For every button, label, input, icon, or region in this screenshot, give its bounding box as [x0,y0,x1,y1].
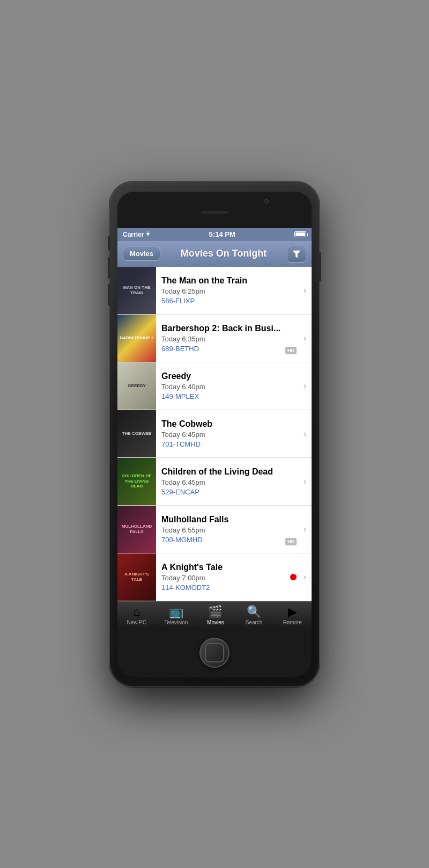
movie-poster: A KNIGHT'S TALE [117,553,156,601]
svg-marker-0 [293,250,300,258]
battery-fill [295,232,305,236]
television-tab-icon: 📺 [169,606,183,618]
movie-title: Children of the Living Dead [161,467,307,477]
movie-badges: HD [285,347,297,354]
movie-item[interactable]: CHILDREN OF THE LIVING DEAD Children of … [117,458,312,506]
movie-info: A Knight's Tale Today 7:00pm 114-KOMODT2 [156,557,312,597]
movie-title: A Knight's Tale [161,563,307,572]
movie-info: The Man on the Train Today 6:25pm 586-FL… [156,271,312,310]
phone-frame: Carrier ▾̈ 5:14 PM Movies Movies On Toni… [110,182,319,687]
status-bar: Carrier ▾̈ 5:14 PM [117,228,312,241]
remote-tab-icon: ▶ [288,606,297,618]
movie-channel: 586-FLIXP [161,297,307,305]
remote-tab-label: Remote [283,619,302,625]
home-button[interactable] [199,638,230,668]
tab-television[interactable]: 📺 Television [160,605,192,626]
sleep-wake-button[interactable] [319,252,321,281]
movie-item[interactable]: THE COBWEB The Cobweb Today 6:45pm 701-T… [117,410,312,458]
status-left: Carrier ▾̈ [123,231,150,238]
movie-channel: 114-KOMODT2 [161,583,307,592]
volume-down-button[interactable] [108,284,110,305]
movie-time: Today 6:45pm [161,478,307,486]
tab-search[interactable]: 🔍 Search [239,605,269,626]
chevron-right-icon: › [304,477,306,486]
movie-time: Today 6:45pm [161,431,307,439]
phone-screen: Carrier ▾̈ 5:14 PM Movies Movies On Toni… [117,192,312,677]
television-tab-label: Television [164,619,188,625]
chevron-right-icon: › [304,381,306,391]
tab-movies[interactable]: 🎬 Movies [201,605,231,626]
chevron-right-icon: › [304,333,306,343]
movie-info: The Cobweb Today 6:45pm 701-TCMHD [156,414,312,454]
nav-title: Movies On Tonight [160,248,287,259]
filter-button[interactable] [287,245,306,262]
movies-tab-icon: 🎬 [208,606,223,618]
movie-poster: CHILDREN OF THE LIVING DEAD [117,458,156,505]
movie-title: Mulholland Falls [161,515,307,524]
search-tab-label: Search [246,619,263,625]
tab-new-pc[interactable]: ⌂ New PC [122,605,152,626]
back-button[interactable]: Movies [123,246,160,261]
movie-recording [290,574,297,580]
chevron-right-icon: › [304,524,306,534]
chevron-right-icon: › [304,286,306,295]
filter-icon [292,249,301,259]
movie-title: Barbershop 2: Back in Busi... [161,324,307,333]
hd-badge: HD [285,538,297,545]
tab-bar: ⌂ New PC 📺 Television 🎬 Movies 🔍 Search … [117,601,312,629]
wifi-icon: ▾̈ [146,231,150,238]
battery-indicator [294,231,306,237]
home-button-inner [205,643,224,662]
movie-poster: MULHOLLAND FALLS [117,506,156,553]
movie-info: Children of the Living Dead Today 6:45pm… [156,462,312,501]
movie-time: Today 7:00pm [161,574,307,582]
chevron-right-icon: › [304,572,306,582]
movie-channel: 701-TCMHD [161,440,307,448]
search-tab-icon: 🔍 [247,606,261,618]
tab-remote[interactable]: ▶ Remote [277,605,307,626]
movie-item[interactable]: MAN ON THE TRAIN The Man on the Train To… [117,267,312,315]
movie-poster: BARBERSHOP 2 [117,315,156,362]
movie-channel: 149-MPLEX [161,392,307,400]
movie-time: Today 6:40pm [161,383,307,391]
movie-time: Today 6:55pm [161,526,307,534]
earpiece [201,211,228,214]
nav-header: Movies Movies On Tonight [117,241,312,267]
movie-item[interactable]: BARBERSHOP 2 Barbershop 2: Back in Busi.… [117,315,312,362]
movie-poster: GREEDY [117,362,156,410]
bottom-bezel [117,629,312,677]
movie-poster: MAN ON THE TRAIN [117,267,156,314]
movie-time: Today 6:35pm [161,335,307,343]
movies-tab-label: Movies [207,619,224,625]
hd-badge: HD [285,347,297,354]
movie-poster: THE COBWEB [117,410,156,457]
movie-item[interactable]: MULHOLLAND FALLS Mulholland Falls Today … [117,506,312,553]
top-bezel [117,192,312,228]
record-dot [290,574,297,580]
movie-item[interactable]: A KNIGHT'S TALE A Knight's Tale Today 7:… [117,553,312,601]
carrier-text: Carrier [123,231,144,238]
movie-item[interactable]: GREEDY Greedy Today 6:40pm 149-MPLEX › [117,362,312,410]
mute-button[interactable] [108,236,110,251]
battery-body [294,231,306,237]
new-pc-tab-icon: ⌂ [133,606,140,618]
movie-list: MAN ON THE TRAIN The Man on the Train To… [117,267,312,601]
movie-title: The Cobweb [161,419,307,429]
chevron-right-icon: › [304,429,306,439]
volume-up-button[interactable] [108,257,110,279]
movie-channel: 529-ENCAP [161,488,307,496]
movie-title: Greedy [161,371,307,381]
new-pc-tab-label: New PC [127,619,146,625]
movie-title: The Man on the Train [161,276,307,286]
movie-time: Today 6:25pm [161,287,307,295]
screen-content: Carrier ▾̈ 5:14 PM Movies Movies On Toni… [117,228,312,629]
movie-badges: HD [285,538,297,545]
front-camera [264,199,269,203]
movie-info: Greedy Today 6:40pm 149-MPLEX [156,366,312,406]
status-time: 5:14 PM [209,230,235,238]
